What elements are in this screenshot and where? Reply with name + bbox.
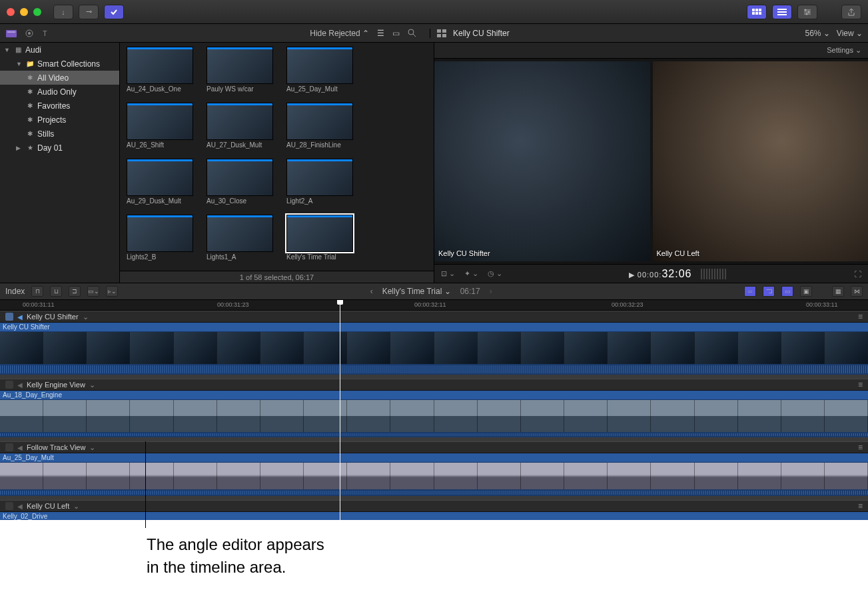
inspector-button[interactable] bbox=[797, 5, 817, 19]
sidebar-item-favorites[interactable]: ✱ Favorites bbox=[0, 99, 119, 113]
video-monitor-icon[interactable] bbox=[5, 502, 13, 510]
clip-item[interactable]: Pauly WS w/car bbox=[207, 47, 280, 99]
clip-item[interactable]: Au_24_Dusk_One bbox=[127, 47, 200, 99]
event-row[interactable]: ▶ ★ Day 01 bbox=[0, 141, 119, 155]
snapping-button[interactable]: ▣ bbox=[800, 286, 812, 297]
list-view-icon[interactable]: ▭ bbox=[392, 29, 400, 38]
clip-item[interactable]: Au_30_Close bbox=[207, 159, 280, 211]
view-dropdown[interactable]: View ⌄ bbox=[837, 29, 863, 38]
skimming-button[interactable]: ═ bbox=[744, 286, 756, 297]
clip-item[interactable]: Kelly's Time Trial bbox=[286, 215, 360, 267]
audio-monitor-icon[interactable]: ◀ bbox=[17, 503, 23, 510]
clip-filmstrip[interactable] bbox=[0, 332, 868, 364]
angle-viewer-right[interactable]: Kelly CU Left bbox=[653, 61, 869, 261]
clip-item[interactable]: AU_27_Dusk_Mult bbox=[207, 103, 280, 155]
append-clip-button[interactable]: ⊐ bbox=[69, 286, 81, 297]
audio-monitor-icon[interactable]: ◀ bbox=[17, 444, 23, 451]
clip-filmstrip[interactable] bbox=[0, 463, 868, 489]
clip-filmstrip[interactable] bbox=[0, 400, 868, 432]
library-icon[interactable] bbox=[5, 29, 17, 38]
sidebar-item-audio-only[interactable]: ✱ Audio Only bbox=[0, 85, 119, 99]
window-titlebar: ↓ ⊸ bbox=[0, 0, 868, 24]
timecode-display[interactable]: ▶ 00:00:32:06 bbox=[629, 268, 692, 280]
clip-audio-waveform[interactable] bbox=[0, 432, 868, 437]
audio-monitor-icon[interactable]: ◀ bbox=[17, 313, 23, 321]
sidebar-item-stills[interactable]: ✱ Stills bbox=[0, 127, 119, 141]
timeline-title[interactable]: Kelly's Time Trial ⌄ bbox=[382, 287, 451, 296]
smart-collections-row[interactable]: ▼ 📁 Smart Collections bbox=[0, 57, 119, 71]
clip-audio-waveform[interactable] bbox=[0, 364, 868, 375]
clip-title-bar[interactable]: Kelly_02_Drive bbox=[0, 512, 868, 520]
clip-audio-waveform[interactable] bbox=[0, 489, 868, 496]
clip-item[interactable]: Au_25_Day_Mult bbox=[286, 47, 360, 99]
clip-item[interactable]: Lights2_B bbox=[127, 215, 200, 267]
angle-name[interactable]: Kelly Engine View bbox=[27, 381, 85, 389]
timeline-angle-editor[interactable]: 00:00:31:11 00:00:31:23 00:00:32:11 00:0… bbox=[0, 300, 868, 520]
library-row[interactable]: ▼ ▦ Audi bbox=[0, 43, 119, 57]
angle-track[interactable]: ◀ Kelly CU Shifter ⌄ ≡ Kelly CU Shifter bbox=[0, 311, 868, 375]
solo-button[interactable]: ▭ bbox=[781, 286, 793, 297]
zoom-dropdown[interactable]: 56% ⌄ bbox=[805, 29, 829, 38]
clip-title-bar[interactable]: Au_18_Day_Engine bbox=[0, 391, 868, 400]
hide-rejected-dropdown[interactable]: Hide Rejected ⌃ bbox=[310, 29, 369, 38]
timeline-nav-prev[interactable]: ‹ bbox=[370, 287, 373, 296]
playhead[interactable] bbox=[340, 300, 340, 520]
photos-icon[interactable] bbox=[24, 29, 35, 38]
video-monitor-icon[interactable] bbox=[5, 443, 13, 451]
clip-item[interactable]: Light2_A bbox=[286, 159, 360, 211]
angle-name[interactable]: Kelly CU Left bbox=[27, 502, 69, 510]
background-tasks-button[interactable] bbox=[104, 5, 124, 19]
track-options-icon[interactable]: ≡ bbox=[858, 312, 863, 321]
timeline-options-button[interactable]: ⋈ bbox=[851, 286, 863, 297]
share-button[interactable] bbox=[841, 5, 861, 19]
video-monitor-icon[interactable] bbox=[5, 313, 13, 321]
angle-track[interactable]: ◀ Follow Track View ⌄ ≡ Au_25_Day_Mult bbox=[0, 441, 868, 496]
track-options-icon[interactable]: ≡ bbox=[858, 501, 863, 511]
angle-name[interactable]: Kelly CU Shifter bbox=[27, 313, 79, 321]
keyword-button[interactable]: ⊸ bbox=[79, 5, 99, 19]
clip-appearance-icon[interactable]: ☰ bbox=[377, 29, 384, 38]
audio-skimming-button[interactable]: ⫎ bbox=[763, 286, 775, 297]
clip-item[interactable]: AU_28_FinishLine bbox=[286, 103, 360, 155]
clip-item[interactable]: Au_29_Dusk_Mult bbox=[127, 159, 200, 211]
overwrite-clip-button[interactable]: ▭⌄ bbox=[87, 286, 99, 297]
insert-clip-button[interactable]: ⊔ bbox=[50, 286, 62, 297]
settings-dropdown[interactable]: Settings ⌄ bbox=[827, 46, 861, 55]
close-window-button[interactable] bbox=[7, 8, 15, 16]
index-button[interactable]: Index bbox=[5, 287, 25, 296]
sidebar-item-projects[interactable]: ✱ Projects bbox=[0, 113, 119, 127]
angle-track[interactable]: ◀ Kelly Engine View ⌄ ≡ Au_18_Day_Engine bbox=[0, 379, 868, 437]
track-options-icon[interactable]: ≡ bbox=[858, 443, 863, 452]
zoom-window-button[interactable] bbox=[33, 8, 41, 16]
clip-item[interactable]: Lights1_A bbox=[207, 215, 280, 267]
angle-name[interactable]: Follow Track View bbox=[27, 443, 85, 451]
svg-rect-7 bbox=[777, 9, 787, 10]
timeline-view-button[interactable]: ▦ bbox=[832, 286, 844, 297]
svg-rect-5 bbox=[755, 12, 758, 15]
track-options-icon[interactable]: ≡ bbox=[858, 380, 863, 389]
timeline-nav-next[interactable]: › bbox=[490, 287, 492, 296]
effects-dropdown[interactable]: ✦ ⌄ bbox=[464, 269, 478, 278]
clip-title-bar[interactable]: Kelly CU Shifter bbox=[0, 323, 868, 332]
fullscreen-icon[interactable]: ⛶ bbox=[854, 270, 861, 278]
clip-item[interactable]: AU_26_Shift bbox=[127, 103, 200, 155]
viewer-label: Kelly CU Shifter bbox=[438, 249, 490, 257]
import-button[interactable]: ↓ bbox=[53, 5, 73, 19]
audio-monitor-icon[interactable]: ◀ bbox=[17, 381, 23, 389]
browser-layout-button[interactable] bbox=[747, 5, 767, 19]
timeline-ruler[interactable]: 00:00:31:11 00:00:31:23 00:00:32:11 00:0… bbox=[0, 300, 868, 311]
clip-title-bar[interactable]: Au_25_Day_Mult bbox=[0, 453, 868, 463]
tools-dropdown[interactable]: ▹⌄ bbox=[106, 286, 118, 297]
video-monitor-icon[interactable] bbox=[5, 381, 13, 389]
sidebar-item-all-video[interactable]: ✱ All Video bbox=[0, 71, 119, 85]
angle-track[interactable]: ◀ Kelly CU Left ⌄ ≡ Kelly_02_Drive bbox=[0, 500, 868, 520]
titles-icon[interactable]: T bbox=[41, 29, 52, 38]
transform-dropdown[interactable]: ⊡ ⌄ bbox=[441, 269, 455, 278]
angle-viewer-icon[interactable] bbox=[437, 29, 446, 37]
timeline-layout-button[interactable] bbox=[772, 5, 792, 19]
retime-dropdown[interactable]: ◷ ⌄ bbox=[488, 269, 502, 278]
angle-viewer-left[interactable]: Kelly CU Shifter bbox=[434, 61, 650, 261]
connect-clip-button[interactable]: ⊓ bbox=[31, 286, 43, 297]
minimize-window-button[interactable] bbox=[20, 8, 28, 16]
search-icon[interactable] bbox=[408, 29, 416, 37]
